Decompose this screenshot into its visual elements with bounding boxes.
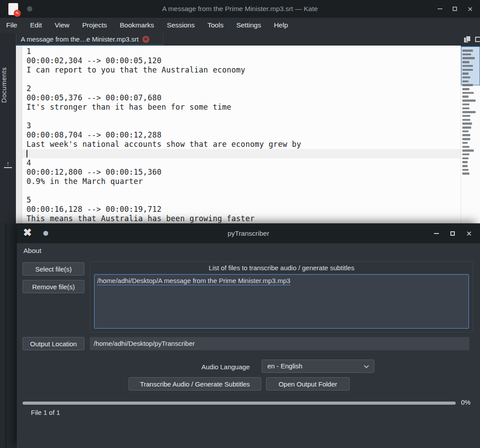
minimap-line bbox=[462, 77, 470, 79]
kate-menu-projects[interactable]: Projects bbox=[82, 21, 107, 29]
pytranscriber-titlebar: ✖ pyTranscriber ✕ bbox=[17, 223, 480, 243]
kate-menu-tools[interactable]: Tools bbox=[207, 21, 223, 29]
minimize-icon[interactable] bbox=[434, 233, 439, 234]
minimap-line bbox=[462, 88, 469, 90]
editor-line: 0.9% in the March quarter bbox=[22, 177, 461, 186]
minimap-line bbox=[462, 123, 472, 125]
minimap-line bbox=[462, 54, 471, 56]
editor-line: 00:00:08,704 --> 00:00:12,288 bbox=[22, 130, 461, 140]
kate-window-controls: ✕ bbox=[438, 0, 473, 18]
kate-titlebar: ✎ A message from the Prime Minister.mp3.… bbox=[0, 0, 480, 18]
remove-files-button[interactable]: Remove file(s) bbox=[23, 280, 84, 293]
document-tab[interactable]: A message from the…e Minister.mp3.srt ✕ bbox=[16, 33, 164, 46]
documents-stack-icon[interactable] bbox=[464, 36, 470, 42]
editor-line: Last week's national accounts show that … bbox=[22, 140, 461, 149]
select-files-button[interactable]: Select file(s) bbox=[23, 262, 84, 276]
pytranscriber-menubar: About bbox=[17, 243, 480, 258]
editor-line-text: 5 bbox=[27, 195, 31, 204]
editor-line-text: I can report to you that the Australian … bbox=[27, 65, 245, 74]
filelist-groupbox: List of files to transcribe audio / gene… bbox=[90, 261, 473, 333]
editor-line: This means that Australia has been growi… bbox=[22, 214, 461, 223]
minimap-line bbox=[462, 134, 470, 136]
sidebar-documents-button[interactable]: Documents bbox=[0, 67, 16, 103]
maximize-icon[interactable] bbox=[450, 231, 455, 236]
screen: ✎ A message from the Prime Minister.mp3.… bbox=[0, 0, 480, 448]
minimap-line bbox=[462, 165, 468, 167]
detach-view-icon[interactable] bbox=[475, 37, 480, 42]
filelist-label: List of files to transcribe audio / gene… bbox=[90, 264, 473, 272]
chevron-down-icon bbox=[364, 363, 369, 368]
minimap-line bbox=[462, 107, 469, 110]
editor-line: I can report to you that the Australian … bbox=[22, 65, 461, 75]
kate-menu-sessions[interactable]: Sessions bbox=[167, 21, 195, 29]
editor-line: 4 bbox=[22, 158, 461, 168]
file-list-item[interactable]: /home/adhi/Desktop/A message from the Pr… bbox=[97, 277, 290, 285]
minimap-line bbox=[462, 57, 475, 59]
pytranscriber-window-controls: ✕ bbox=[434, 224, 472, 243]
editor-line: 00:00:12,800 --> 00:00:15,360 bbox=[22, 168, 461, 177]
editor-line: 3 bbox=[22, 121, 461, 130]
minimap-line bbox=[462, 69, 473, 71]
file-status: File 1 of 1 bbox=[31, 409, 60, 416]
editor-line-text: 0.9% in the March quarter bbox=[27, 177, 143, 186]
editor-line-text: 1 bbox=[27, 47, 31, 56]
minimap-line bbox=[462, 96, 469, 98]
editor-line-text: Last week's national accounts show that … bbox=[27, 140, 301, 149]
minimap-line bbox=[462, 61, 469, 63]
editor-line-text: 2 bbox=[27, 84, 31, 93]
transcribe-button[interactable]: Transcribe Audio / Generate Subtitles bbox=[129, 377, 261, 391]
pytranscriber-window-title: pyTranscriber bbox=[17, 223, 480, 243]
editor-line-text: It's stronger than it has been for some … bbox=[27, 103, 232, 111]
minimap-line bbox=[462, 142, 468, 144]
open-output-folder-button[interactable]: Open Output Folder bbox=[266, 377, 350, 391]
minimap-line bbox=[462, 100, 476, 102]
audio-language-label: Audio Language bbox=[195, 363, 250, 371]
minimap-line bbox=[462, 50, 473, 52]
editor-line: 2 bbox=[22, 84, 461, 93]
editor-line-text: 3 bbox=[27, 121, 31, 130]
audio-language-select[interactable]: en - English bbox=[262, 360, 374, 373]
close-icon[interactable]: ✕ bbox=[467, 6, 473, 12]
editor-line: 5 bbox=[22, 195, 461, 205]
kate-sidebar-sliver bbox=[0, 223, 18, 448]
minimap-line bbox=[462, 130, 469, 133]
minimap-line bbox=[462, 169, 469, 171]
minimap-line bbox=[462, 149, 474, 152]
audio-language-value: en - English bbox=[267, 362, 302, 370]
pytranscriber-menu-about[interactable]: About bbox=[23, 247, 42, 255]
minimap-line bbox=[462, 111, 476, 113]
minimap-line bbox=[462, 103, 469, 106]
output-location-button[interactable]: Output Location bbox=[23, 337, 84, 350]
minimap-line bbox=[462, 80, 469, 83]
kate-menu-bookmarks[interactable]: Bookmarks bbox=[120, 21, 154, 29]
kate-menu-file[interactable]: File bbox=[6, 21, 17, 29]
progress-percent: 0% bbox=[461, 398, 471, 406]
kate-menu-edit[interactable]: Edit bbox=[30, 21, 42, 29]
minimap-line bbox=[462, 161, 468, 163]
editor-line: 1 bbox=[22, 47, 461, 56]
minimap-line bbox=[462, 65, 473, 67]
editor-line: 00:00:02,304 --> 00:00:05,120 bbox=[22, 56, 461, 65]
minimize-icon[interactable] bbox=[438, 8, 442, 9]
editor-line-text: 00:00:16,128 --> 00:00:19,712 bbox=[27, 205, 162, 214]
minimap-line bbox=[462, 126, 471, 129]
pytranscriber-window: ✖ pyTranscriber ✕ About Select file(s) R… bbox=[17, 223, 480, 448]
close-icon[interactable]: ✕ bbox=[466, 230, 472, 237]
documents-upload-icon: ↑ bbox=[4, 160, 12, 168]
kate-menu-settings[interactable]: Settings bbox=[236, 21, 261, 29]
maximize-icon[interactable] bbox=[453, 7, 457, 11]
minimap-line bbox=[462, 73, 469, 75]
tab-close-icon[interactable]: ✕ bbox=[142, 36, 149, 43]
sidebar-sliver-divider bbox=[5, 223, 7, 448]
document-tab-label: A message from the…e Minister.mp3.srt bbox=[21, 35, 139, 43]
minimap-line bbox=[462, 92, 474, 94]
kate-menu-view[interactable]: View bbox=[55, 21, 69, 29]
minimap-line bbox=[462, 115, 470, 117]
minimap-line bbox=[462, 146, 469, 148]
file-list[interactable]: /home/adhi/Desktop/A message from the Pr… bbox=[94, 274, 469, 329]
minimap-line bbox=[462, 138, 470, 140]
output-path-field[interactable]: /home/adhi/Desktop/pyTranscriber bbox=[90, 337, 469, 350]
editor-line bbox=[22, 149, 461, 158]
kate-menu-help[interactable]: Help bbox=[274, 21, 288, 29]
editor-line-text: 00:00:12,800 --> 00:00:15,360 bbox=[27, 168, 162, 176]
